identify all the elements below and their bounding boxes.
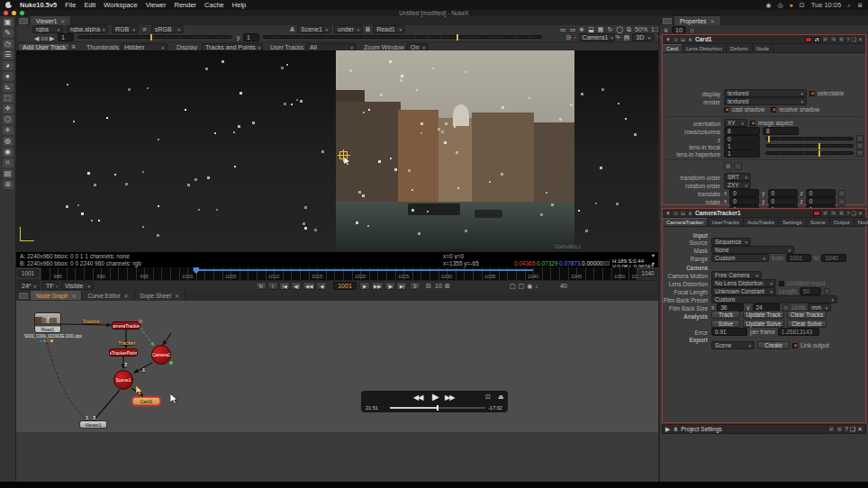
- collapse-icon[interactable]: ▼: [665, 37, 671, 42]
- range-from-field[interactable]: 1001: [786, 254, 811, 262]
- merge-nodes-icon[interactable]: ⬚: [3, 94, 14, 103]
- cameratracker1-tab-cameratracker[interactable]: CameraTracker: [663, 218, 708, 226]
- update-solve-button[interactable]: Update Solve: [743, 320, 784, 328]
- rewind-icon[interactable]: ◀◀: [413, 393, 422, 402]
- node-scene1[interactable]: Scene1: [113, 370, 133, 390]
- rotate-y-field[interactable]: 0: [768, 197, 798, 205]
- help-icon[interactable]: ?: [846, 211, 849, 216]
- track-point[interactable]: [432, 68, 434, 69]
- file-icon[interactable]: ▤: [724, 162, 732, 170]
- help-icon[interactable]: ?: [846, 37, 849, 42]
- track-point[interactable]: [284, 103, 286, 105]
- track-point[interactable]: [445, 122, 448, 125]
- track-point[interactable]: [106, 117, 108, 119]
- checker-icon[interactable]: ▦: [598, 25, 604, 33]
- lens-distortion-select[interactable]: No Lens Distortion▾: [711, 279, 776, 287]
- display-icon[interactable]: ⊡: [800, 1, 805, 9]
- track-point[interactable]: [454, 126, 456, 128]
- track-point[interactable]: [634, 133, 637, 136]
- track-point[interactable]: [389, 60, 392, 63]
- track-point[interactable]: [349, 69, 352, 72]
- views-nodes-icon[interactable]: ◉: [3, 148, 14, 157]
- image-aspect-checkbox[interactable]: ✕: [750, 121, 755, 126]
- minimize-icon[interactable]: ⊟: [681, 36, 685, 42]
- link-output-checkbox[interactable]: ✕: [792, 343, 798, 348]
- menu-clock[interactable]: Tue 10:05: [811, 1, 842, 9]
- input-a-select[interactable]: Scene1▾: [297, 25, 331, 33]
- fps-select[interactable]: 24*▾: [18, 282, 40, 290]
- cameratracker1-tab-output[interactable]: Output: [830, 218, 854, 226]
- pane-menu-icon[interactable]: [663, 18, 672, 24]
- track-point[interactable]: [300, 100, 303, 103]
- window-title-bar[interactable]: Untitled [modified] - NukeX: [0, 10, 868, 16]
- undo-icon[interactable]: ↶: [822, 36, 828, 42]
- tf-select[interactable]: TF▾: [42, 282, 59, 290]
- menu-app-name[interactable]: Nuke10.5v5: [20, 1, 57, 9]
- cameratracker1-tab-node[interactable]: Node: [854, 218, 868, 226]
- revert-icon[interactable]: ↻: [836, 426, 843, 432]
- track-point[interactable]: [489, 181, 491, 183]
- track-point[interactable]: [420, 122, 423, 125]
- track-point[interactable]: [368, 109, 370, 111]
- stereo-icon[interactable]: ∋: [565, 33, 571, 41]
- track-point[interactable]: [408, 169, 411, 172]
- apple-logo[interactable]: [5, 2, 12, 8]
- track-point[interactable]: [94, 184, 96, 186]
- z-slider[interactable]: [765, 137, 854, 140]
- camera-select[interactable]: Camera1▾: [579, 33, 615, 41]
- track-point[interactable]: [125, 183, 128, 185]
- pane-menu-icon[interactable]: [19, 293, 28, 299]
- list-icon[interactable]: ▤: [624, 33, 630, 41]
- track-point[interactable]: [418, 232, 420, 235]
- track-point[interactable]: [87, 172, 90, 175]
- track-point[interactable]: [304, 206, 307, 209]
- track-point[interactable]: [222, 60, 224, 63]
- clear-tracks-button[interactable]: Clear Tracks: [787, 311, 827, 319]
- input-a-label[interactable]: A: [290, 26, 294, 32]
- color-nodes-icon[interactable]: ◕: [3, 61, 14, 70]
- redo-icon[interactable]: ↷: [830, 210, 836, 216]
- minimize-icon[interactable]: ⊟: [681, 210, 685, 216]
- gain-field[interactable]: 1: [58, 33, 74, 41]
- track-point[interactable]: [238, 125, 240, 128]
- node-tree-icon[interactable]: ⋔: [688, 36, 692, 42]
- expand-icon[interactable]: ▶: [665, 426, 670, 433]
- track-point[interactable]: [501, 173, 503, 176]
- transport-fwd-button-1[interactable]: ▶▶: [371, 282, 384, 290]
- animation-menu-icon[interactable]: ◠: [838, 198, 845, 205]
- project-settings-bar[interactable]: ▶ ⋔ Project Settings ↶ ↻ ? ❏ ✕: [662, 424, 866, 434]
- track-point[interactable]: [114, 174, 116, 176]
- node-cameratracker1[interactable]: CameraTracker1: [112, 321, 140, 330]
- zoom-level[interactable]: 50%: [635, 26, 647, 32]
- track-point[interactable]: [438, 128, 440, 131]
- error-field[interactable]: 0.91: [711, 328, 747, 336]
- track-point[interactable]: [380, 94, 383, 96]
- transport-back-button-0[interactable]: ↻: [256, 282, 267, 290]
- track-point[interactable]: [420, 132, 422, 134]
- share-icon[interactable]: ⏏: [498, 393, 504, 401]
- wipe-icon[interactable]: ▭: [570, 25, 576, 33]
- track-point[interactable]: [194, 178, 197, 181]
- track-point[interactable]: [456, 151, 458, 154]
- close-icon[interactable]: ✕: [710, 18, 715, 24]
- transport-fwd-button-2[interactable]: |▶: [384, 282, 395, 290]
- rows-field[interactable]: 8: [724, 127, 760, 135]
- fast-forward-icon[interactable]: ▶▶: [445, 393, 454, 402]
- cameratracker1-tab-settings[interactable]: Settings: [779, 218, 807, 226]
- undo-icon[interactable]: ↶: [822, 210, 828, 216]
- track-point[interactable]: [457, 187, 459, 189]
- rotate-z-field[interactable]: 0: [806, 197, 836, 205]
- collapse-icon[interactable]: ▼: [665, 211, 671, 216]
- track-point[interactable]: [187, 184, 190, 186]
- float-panel-icon[interactable]: ❏: [852, 36, 856, 42]
- snap-menu-icon[interactable]: ∷: [734, 162, 742, 170]
- display-channel-select[interactable]: RGB▾: [112, 25, 139, 33]
- timeline-option-icon-1[interactable]: ▢: [519, 282, 525, 290]
- track-point[interactable]: [546, 192, 547, 194]
- track-point[interactable]: [356, 221, 358, 224]
- max-panels-field[interactable]: 10: [672, 26, 686, 33]
- track-point[interactable]: [81, 212, 84, 215]
- track-point[interactable]: [216, 209, 218, 211]
- tab-dope-sheet[interactable]: Dope Sheet✕: [135, 291, 185, 300]
- timeline-option-icon-0[interactable]: ▢: [510, 282, 516, 290]
